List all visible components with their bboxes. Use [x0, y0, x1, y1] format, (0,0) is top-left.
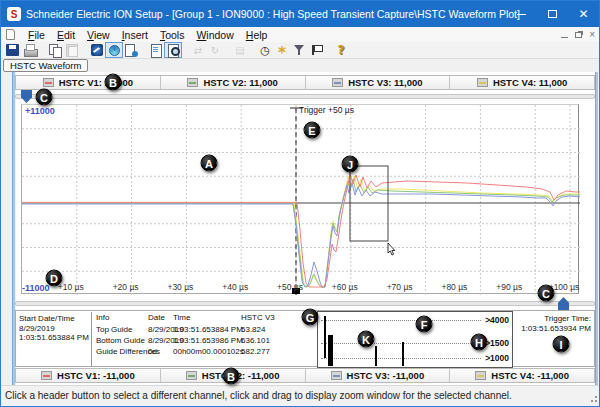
channel-button-v4-bottom[interactable]: HSTC V4: -11,000 [450, 369, 594, 382]
x-tick-label: +80 µs [441, 282, 467, 292]
title-bar: S Schneider Electric ION Setup - [Group … [1, 1, 599, 27]
slider-track[interactable] [15, 301, 595, 306]
menu-item-tools[interactable]: Tools [154, 29, 191, 41]
start-time: 1:03:51.653884 PM [19, 333, 89, 343]
print-icon[interactable] [22, 43, 38, 57]
trigger-label: Trigger +50 µs [299, 105, 354, 115]
window-title: Schneider Electric ION Setup - [Group 1 … [26, 8, 520, 20]
channel-header-row-top: HSTC V1: 11,000HSTC V2: 11,000HSTC V3: 1… [15, 75, 595, 90]
top-guide-marker-icon[interactable] [21, 90, 32, 103]
table-cell: 0d [148, 347, 157, 356]
waveform-svg[interactable] [22, 105, 580, 295]
slider-track[interactable] [15, 94, 595, 99]
setup-assistant-icon[interactable] [106, 43, 122, 57]
document-icon[interactable] [6, 29, 15, 40]
table-cell: 582.277 [241, 347, 270, 356]
table-cell: 00h00m00.000102s [173, 347, 244, 356]
top-guide-slider[interactable] [15, 90, 595, 103]
bottom-guide-marker-icon[interactable] [558, 297, 569, 310]
table-cell: 53.824 [241, 325, 265, 334]
mdi-restore-icon[interactable] [575, 32, 582, 38]
waveform-plot[interactable] [21, 104, 579, 294]
menu-item-view[interactable]: View [81, 29, 116, 41]
table-header: Time [173, 313, 190, 322]
help-icon[interactable] [333, 43, 349, 57]
paste-icon[interactable] [64, 43, 80, 57]
channel-button-v2-top[interactable]: HSTC V2: 11,000 [161, 76, 306, 89]
histogram-bar [402, 342, 404, 366]
callout-h: H [471, 334, 488, 351]
template-icon[interactable] [123, 43, 139, 57]
callout-c: C [538, 285, 555, 302]
channel-label: HSTC V4: 11,000 [493, 77, 567, 88]
table-header: Date [148, 313, 165, 322]
channel-label: HSTC V2: -11,000 [202, 370, 280, 381]
channel-button-v1-top[interactable]: HSTC V1: 11,000 [16, 76, 161, 89]
app-icon[interactable]: S [7, 7, 21, 21]
meter-setup-icon[interactable] [89, 43, 105, 57]
callout-b: B [105, 74, 122, 91]
app-window: S Schneider Electric ION Setup - [Group … [0, 0, 600, 407]
save-icon[interactable] [5, 43, 21, 57]
channel-color-swatch [477, 78, 488, 87]
report-icon[interactable] [148, 43, 164, 57]
trace-hstc-v3 [22, 183, 580, 287]
menu-item-window[interactable]: Window [190, 29, 239, 41]
x-tick-label: +40 µs [222, 282, 248, 292]
mdi-minimize-icon[interactable] [561, 37, 568, 38]
clock-icon[interactable] [257, 43, 273, 57]
channel-button-v3-bottom[interactable]: HSTC V3: -11,000 [306, 369, 451, 382]
callout-b: B [223, 368, 240, 385]
x-tick-label: +20 µs [113, 282, 139, 292]
mdi-close-icon[interactable]: × [589, 30, 595, 40]
x-tick-label: +90 µs [496, 282, 522, 292]
minimize-button[interactable] [506, 1, 537, 27]
menu-item-insert[interactable]: Insert [116, 29, 154, 41]
maximize-button[interactable] [537, 1, 568, 27]
callout-i: I [553, 336, 570, 353]
flag-icon[interactable] [308, 43, 324, 57]
mouse-cursor [388, 243, 395, 255]
bottom-guide-slider[interactable] [15, 297, 595, 310]
menu-item-help[interactable]: Help [240, 29, 274, 41]
channel-color-swatch [475, 371, 486, 380]
callout-j: J [342, 156, 359, 173]
start-datetime-title: Start Date/Time [19, 314, 89, 324]
x-tick-label: +60 µs [332, 282, 358, 292]
channel-color-swatch [187, 78, 198, 87]
upload-icon[interactable] [190, 43, 206, 57]
channel-color-swatch [43, 78, 54, 87]
print-preview-icon[interactable] [165, 43, 181, 57]
copy-icon[interactable] [47, 43, 63, 57]
frame-right [595, 72, 598, 385]
resize-grip[interactable] [589, 396, 597, 404]
x-tick-label: +70 µs [387, 282, 413, 292]
threshold-line [321, 358, 481, 359]
menu-bar: FileEditViewInsertToolsWindowHelp × [1, 27, 599, 42]
table-header: HSTC V3 [241, 313, 275, 322]
channel-button-v1-bottom[interactable]: HSTC V1: -11,000 [16, 369, 161, 382]
menu-item-file[interactable]: File [22, 29, 51, 41]
channel-button-v4-top[interactable]: HSTC V4: 11,000 [450, 76, 594, 89]
menu-item-edit[interactable]: Edit [51, 29, 81, 41]
tab-hstc-waveform[interactable]: HSTC Waveform [3, 59, 88, 72]
x-tick-label: +30 µs [167, 282, 193, 292]
threshold-label: >1500 [485, 338, 509, 348]
channel-button-v3-top[interactable]: HSTC V3: 11,000 [306, 76, 451, 89]
download-icon[interactable] [207, 43, 223, 57]
scale-icon[interactable] [232, 43, 248, 57]
status-bar: Click a header button to select a differ… [1, 385, 599, 406]
trigger-time-value: 1:03:51.653934 PM [517, 324, 591, 334]
table-cell: 636.101 [241, 336, 270, 345]
callout-c: C [36, 89, 53, 106]
callout-d: D [46, 270, 63, 287]
callout-e: E [304, 122, 321, 139]
wizard-icon[interactable] [274, 43, 290, 57]
threshold-line [321, 320, 481, 321]
table-cell: Bottom Guide [96, 336, 145, 345]
close-button[interactable]: ✕ [568, 1, 599, 27]
table-header: Info [96, 313, 109, 322]
callout-k: K [358, 331, 375, 348]
channel-label: HSTC V4: -11,000 [491, 370, 569, 381]
filter-icon[interactable] [291, 43, 307, 57]
